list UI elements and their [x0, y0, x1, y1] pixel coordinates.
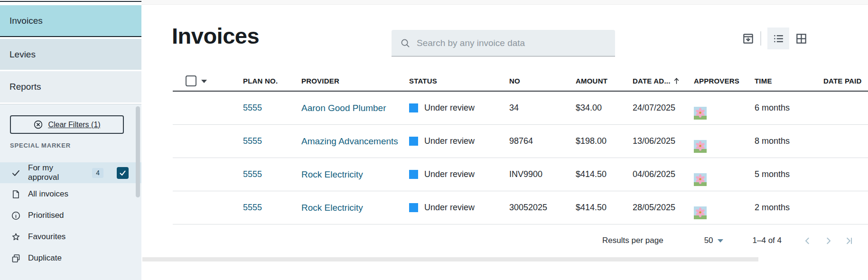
- column-header-date-added[interactable]: DATE AD...: [633, 77, 694, 85]
- date-added: 13/06/2025: [633, 136, 694, 146]
- provider-link[interactable]: Aaron Good Plumber: [301, 103, 386, 113]
- time-elapsed: 6 months: [755, 103, 823, 113]
- filter-item-favourites[interactable]: Favourites: [0, 226, 141, 247]
- status-indicator: [409, 137, 418, 146]
- column-header-date-paid[interactable]: DATE PAID: [823, 77, 868, 85]
- table-row[interactable]: 5555 Rock Electricity Under review 30052…: [173, 191, 868, 224]
- plan-no-link[interactable]: 5555: [243, 169, 262, 179]
- approver-avatar: [694, 140, 755, 153]
- grid-view-button[interactable]: [795, 33, 807, 45]
- info-icon: [11, 211, 21, 221]
- results-per-page-label: Results per page: [602, 236, 663, 245]
- select-menu-caret-icon[interactable]: [201, 80, 207, 86]
- plan-no-link[interactable]: 5555: [243, 203, 262, 212]
- column-header-time[interactable]: TIME: [755, 77, 823, 85]
- provider-link[interactable]: Rock Electricity: [301, 203, 363, 213]
- filter-item-prioritised[interactable]: Prioritised: [0, 205, 141, 226]
- plan-no-link[interactable]: 5555: [243, 136, 262, 146]
- column-header-plan-no[interactable]: PLAN NO.: [243, 77, 301, 85]
- sidebar-item-reports[interactable]: Reports: [0, 71, 141, 103]
- date-added: 28/05/2025: [633, 203, 694, 213]
- status-indicator: [409, 170, 418, 179]
- invoices-app: Invoices Levies Reports Clear Filters (1…: [0, 0, 868, 280]
- plan-no-link[interactable]: 5555: [243, 103, 262, 112]
- sidebar-item-label: Invoices: [9, 16, 43, 26]
- filter-item-all-invoices[interactable]: All invoices: [0, 184, 141, 205]
- column-header-amount[interactable]: AMOUNT: [576, 77, 633, 85]
- count-badge: 4: [92, 168, 103, 178]
- provider-link[interactable]: Rock Electricity: [301, 169, 363, 179]
- time-elapsed: 8 months: [755, 136, 823, 146]
- star-icon: [11, 232, 21, 242]
- sidebar-scrollbar[interactable]: [136, 106, 140, 197]
- clear-filters-button[interactable]: Clear Filters (1): [10, 115, 124, 134]
- sidebar-item-invoices[interactable]: Invoices: [0, 5, 141, 37]
- column-header-provider[interactable]: PROVIDER: [301, 77, 409, 85]
- column-header-no[interactable]: NO: [509, 77, 576, 85]
- next-page-button[interactable]: [823, 236, 833, 246]
- time-elapsed: 2 months: [755, 203, 823, 213]
- table-row[interactable]: 5555 Rock Electricity Under review INV99…: [173, 158, 868, 191]
- invoice-no: 30052025: [509, 203, 576, 213]
- select-all-checkbox[interactable]: [186, 75, 196, 86]
- page-size-value: 50: [704, 236, 713, 245]
- time-elapsed: 5 months: [755, 169, 823, 179]
- page-size-dropdown[interactable]: 50: [704, 236, 723, 245]
- column-header-status[interactable]: STATUS: [409, 77, 509, 85]
- filter-item-for-my-approval[interactable]: For my approval 4: [0, 162, 141, 183]
- main-content: Invoices: [141, 0, 868, 280]
- date-added: 04/06/2025: [633, 169, 694, 179]
- sidebar-item-levies[interactable]: Levies: [0, 39, 141, 70]
- provider-link[interactable]: Amazing Advancements: [301, 136, 398, 146]
- approver-avatar: [694, 206, 755, 219]
- circle-x-icon: [33, 120, 43, 130]
- export-download-button[interactable]: [742, 33, 754, 45]
- search-input[interactable]: [417, 38, 607, 48]
- filter-item-label: All invoices: [28, 189, 68, 199]
- table-row[interactable]: 5555 Aaron Good Plumber Under review 34 …: [173, 92, 868, 125]
- table-footer: Results per page 50 1–4 of 4: [602, 233, 854, 248]
- status-label: Under review: [424, 203, 475, 213]
- flower-avatar-image: [694, 140, 707, 153]
- sidebar-top-divider: [0, 1, 141, 2]
- download-tray-icon: [742, 33, 754, 45]
- amount: $414.50: [576, 169, 633, 179]
- duplicate-icon: [11, 253, 21, 263]
- document-icon: [11, 189, 21, 199]
- filter-checkbox-checked[interactable]: [117, 167, 129, 179]
- clear-filters-label: Clear Filters (1): [48, 121, 100, 129]
- view-controls: [742, 28, 807, 49]
- table-header-row: PLAN NO. PROVIDER STATUS NO AMOUNT DATE …: [173, 71, 868, 92]
- approver-avatar: [694, 107, 755, 120]
- filter-item-duplicate[interactable]: Duplicate: [0, 248, 141, 269]
- amount: $198.00: [576, 136, 633, 146]
- filter-panel: Clear Filters (1) SPECIAL MARKER For my …: [0, 104, 141, 280]
- status-indicator: [409, 203, 418, 212]
- invoice-no: 98764: [509, 136, 576, 146]
- check-icon: [11, 168, 21, 178]
- caret-down-icon: [718, 239, 723, 245]
- grid-view-icon: [795, 33, 807, 45]
- view-controls-divider: [760, 31, 761, 46]
- special-marker-heading: SPECIAL MARKER: [10, 142, 71, 149]
- status-label: Under review: [424, 136, 475, 146]
- top-strip: [141, 0, 868, 5]
- last-page-button[interactable]: [844, 236, 854, 246]
- list-view-button[interactable]: [767, 28, 789, 49]
- invoice-no: INV9900: [509, 169, 576, 179]
- previous-page-button[interactable]: [803, 236, 812, 246]
- last-page-icon: [844, 236, 854, 246]
- filter-item-label: Prioritised: [28, 211, 64, 220]
- sidebar: Invoices Levies Reports Clear Filters (1…: [0, 0, 141, 280]
- approver-avatar: [694, 173, 755, 186]
- flower-avatar-image: [694, 107, 707, 120]
- filter-item-label: Duplicate: [28, 253, 62, 263]
- horizontal-scrollbar[interactable]: [142, 257, 758, 261]
- amount: $414.50: [576, 203, 633, 213]
- amount: $34.00: [576, 103, 633, 113]
- column-header-approvers[interactable]: APPROVERS: [694, 77, 755, 85]
- date-added: 24/07/2025: [633, 103, 694, 113]
- filter-item-label: Favourites: [28, 232, 65, 242]
- sidebar-item-label: Levies: [9, 49, 36, 60]
- table-row[interactable]: 5555 Amazing Advancements Under review 9…: [173, 125, 868, 158]
